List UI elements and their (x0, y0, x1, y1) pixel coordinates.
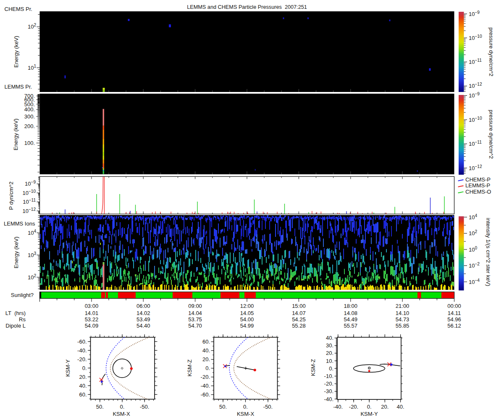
svg-text:LT (hrs): LT (hrs) (5, 310, 26, 316)
svg-text:CHEMS Pr.: CHEMS Pr. (5, 6, 32, 12)
svg-text:56.12: 56.12 (447, 323, 461, 329)
svg-text:0.: 0. (205, 365, 210, 371)
svg-text:14.04: 14.04 (188, 310, 202, 316)
svg-text:20.: 20. (79, 374, 87, 380)
svg-text:Sunlight?: Sunlight? (11, 292, 34, 298)
svg-text:Dipole L: Dipole L (5, 323, 26, 329)
svg-text:53.75: 53.75 (188, 316, 202, 323)
svg-text:14.10: 14.10 (396, 310, 410, 316)
svg-text:30.: 30. (326, 342, 333, 349)
svg-text:KSM-Z: KSM-Z (186, 360, 193, 377)
svg-text:100.: 100. (24, 140, 35, 146)
svg-text:53.22: 53.22 (85, 316, 99, 323)
svg-text:KSM-Z: KSM-Z (310, 359, 316, 376)
svg-text:54.73: 54.73 (396, 316, 410, 323)
svg-text:14.01: 14.01 (85, 310, 99, 316)
svg-text:-10.: -10. (324, 373, 333, 379)
svg-text:-50.: -50. (263, 404, 273, 410)
svg-text:KSM-X: KSM-X (237, 411, 255, 417)
svg-text:55.28: 55.28 (292, 323, 306, 329)
svg-text:-20.: -20. (201, 374, 210, 380)
svg-text:Energy (keV): Energy (keV) (13, 36, 19, 68)
svg-text:21:00: 21:00 (396, 303, 410, 309)
svg-text:54.25: 54.25 (292, 316, 306, 323)
svg-text:-40.: -40. (333, 404, 343, 410)
svg-text:LEMMS Ions: LEMMS Ions (4, 220, 35, 227)
svg-text:54.00: 54.00 (240, 316, 254, 323)
svg-text:20.: 20. (326, 350, 333, 356)
svg-text:14.11: 14.11 (448, 310, 461, 316)
svg-text:0.: 0. (120, 404, 125, 410)
svg-text:KSM-Y: KSM-Y (360, 411, 378, 417)
svg-text:-20.: -20. (349, 404, 358, 410)
svg-text:40.: 40. (202, 347, 210, 354)
svg-text:Energy (keV): Energy (keV) (13, 236, 19, 268)
svg-text:10.: 10. (326, 358, 333, 364)
svg-text:60.: 60. (79, 391, 87, 398)
svg-text:pressure dyne/cm^2: pressure dyne/cm^2 (488, 110, 494, 159)
svg-text:-40.: -40. (77, 347, 87, 354)
svg-text:P dyn/cm^2: P dyn/cm^2 (8, 181, 14, 210)
svg-text:0.: 0. (82, 365, 87, 371)
svg-text:60.: 60. (202, 339, 210, 345)
svg-text:Rs: Rs (19, 316, 26, 323)
svg-text:0.: 0. (329, 365, 333, 372)
svg-text:LEMMS-P: LEMMS-P (465, 182, 490, 189)
svg-text:-60.: -60. (201, 391, 210, 398)
svg-text:55.57: 55.57 (344, 323, 358, 329)
svg-text:-40.: -40. (324, 396, 333, 402)
svg-text:400.: 400. (24, 106, 35, 113)
svg-text:06:00: 06:00 (136, 303, 150, 309)
svg-text:LEMMS Pr.: LEMMS Pr. (5, 84, 32, 90)
svg-text:0.: 0. (243, 404, 248, 410)
svg-text:LEMMS and CHEMS Particle Press: LEMMS and CHEMS Particle Pressures 2007:… (187, 4, 307, 10)
svg-text:-40.: -40. (201, 383, 210, 389)
svg-text:12:00: 12:00 (240, 303, 254, 309)
svg-text:54.70: 54.70 (188, 323, 202, 329)
svg-text:14.08: 14.08 (344, 310, 358, 316)
svg-text:KSM-Y: KSM-Y (65, 360, 71, 377)
svg-text:54.96: 54.96 (447, 316, 461, 323)
svg-text:Energy (keV): Energy (keV) (13, 118, 19, 150)
svg-text:200.: 200. (24, 123, 35, 129)
svg-text:-20.: -20. (77, 356, 87, 362)
svg-text:50.: 50. (219, 404, 227, 410)
svg-text:40.: 40. (326, 335, 333, 341)
svg-text:54.99: 54.99 (240, 323, 254, 329)
svg-text:-60.: -60. (77, 339, 87, 345)
svg-text:14.02: 14.02 (136, 310, 150, 316)
svg-text:CHEMS-O: CHEMS-O (465, 189, 491, 195)
svg-text:55.85: 55.85 (396, 323, 410, 329)
svg-text:15:00: 15:00 (292, 303, 306, 309)
svg-text:pressure dyne/cm^2: pressure dyne/cm^2 (488, 27, 494, 76)
svg-text:intensity 1/(s cm^2 ster keV): intensity 1/(s cm^2 ster keV) (485, 218, 491, 286)
svg-text:54.09: 54.09 (85, 323, 99, 329)
svg-text:09:00: 09:00 (188, 303, 202, 309)
svg-text:KSM-X: KSM-X (113, 411, 130, 417)
svg-text:14.07: 14.07 (292, 310, 306, 316)
svg-text:50.: 50. (96, 404, 104, 410)
svg-text:40.: 40. (79, 383, 87, 389)
svg-text:CHEMS-P: CHEMS-P (465, 176, 491, 183)
svg-text:-50.: -50. (140, 404, 149, 410)
svg-text:40.: 40. (397, 404, 404, 410)
svg-text:300.: 300. (24, 113, 35, 120)
svg-text:18:00: 18:00 (344, 303, 358, 309)
svg-text:00:00: 00:00 (447, 303, 461, 309)
svg-text:54.40: 54.40 (136, 323, 150, 329)
svg-text:-30.: -30. (324, 388, 333, 394)
svg-text:03:00: 03:00 (85, 303, 99, 309)
svg-text:54.49: 54.49 (344, 316, 358, 323)
svg-text:20.: 20. (381, 404, 388, 410)
svg-text:-20.: -20. (324, 381, 333, 387)
svg-text:53.49: 53.49 (136, 316, 150, 323)
svg-text:14.05: 14.05 (240, 310, 254, 316)
svg-text:0.: 0. (367, 404, 372, 410)
svg-text:20.: 20. (202, 356, 210, 362)
